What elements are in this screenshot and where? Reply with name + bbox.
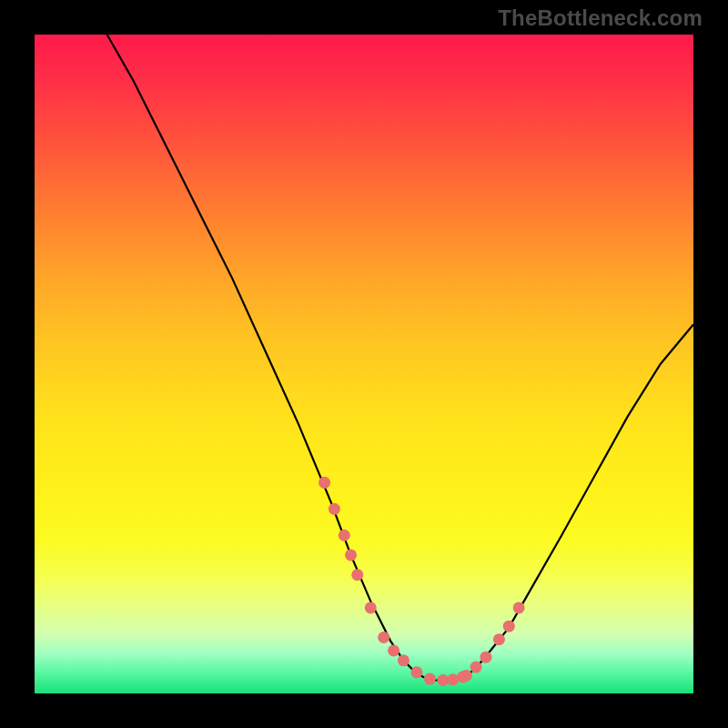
marker-point — [460, 670, 472, 682]
marker-point — [513, 602, 525, 613]
marker-point — [378, 632, 389, 643]
marker-point — [345, 549, 357, 561]
marker-point — [424, 673, 436, 685]
marker-point — [398, 654, 410, 666]
marker-point — [410, 666, 422, 678]
page-frame: TheBottleneck.com — [0, 0, 728, 728]
marker-point — [318, 477, 330, 489]
marker-point — [470, 662, 482, 673]
marker-point — [493, 633, 505, 645]
marker-point — [388, 644, 399, 656]
marker-point — [503, 621, 515, 632]
chart-plot-area — [35, 35, 693, 693]
bottleneck-curve-line — [107, 35, 693, 681]
marker-point — [339, 530, 350, 541]
highlight-markers — [318, 477, 525, 686]
marker-point — [351, 569, 363, 581]
marker-point — [329, 503, 340, 515]
marker-point — [447, 673, 459, 685]
watermark-text: TheBottleneck.com — [498, 5, 703, 31]
chart-svg — [35, 35, 693, 693]
marker-point — [480, 652, 491, 663]
marker-point — [365, 602, 377, 613]
